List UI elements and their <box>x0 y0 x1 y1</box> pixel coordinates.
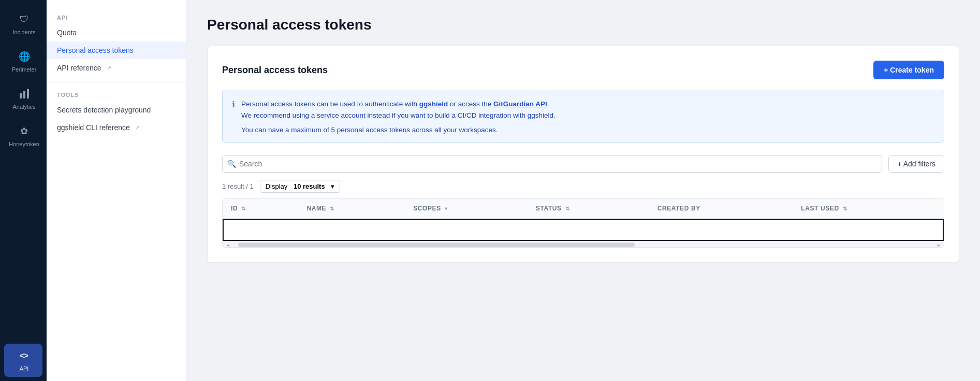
incidents-icon: 🛡 <box>18 12 31 26</box>
create-token-button[interactable]: + Create token <box>873 61 944 79</box>
perimeter-label: Perimeter <box>12 66 37 73</box>
cell-id <box>223 219 298 242</box>
display-count: 10 results <box>294 182 325 190</box>
sort-icon-last-used: ⇅ <box>843 206 847 211</box>
table-header: ID ⇅ NAME ⇅ SCOPES ▾ STATUS ⇅ CREATED BY… <box>223 199 944 219</box>
info-text-3: . <box>547 100 549 108</box>
card-header: Personal access tokens + Create token <box>222 61 944 79</box>
perimeter-icon: 🌐 <box>18 50 31 63</box>
search-icon: 🔍 <box>227 160 236 168</box>
cell-last-used <box>793 219 944 242</box>
cell-name <box>298 219 405 242</box>
col-status[interactable]: STATUS ⇅ <box>528 199 649 219</box>
table-header-row: ID ⇅ NAME ⇅ SCOPES ▾ STATUS ⇅ CREATED BY… <box>223 199 944 219</box>
sidebar-item-incidents[interactable]: 🛡 Incidents <box>0 5 47 43</box>
col-scopes[interactable]: SCOPES ▾ <box>405 199 528 219</box>
incidents-label: Incidents <box>12 29 35 35</box>
nav-item-personal-access-tokens[interactable]: Personal access tokens <box>47 41 186 59</box>
info-icon: ℹ <box>232 100 235 134</box>
nav-divider <box>47 82 186 82</box>
info-box-max: You can have a maximum of 5 personal acc… <box>241 126 555 134</box>
tokens-table: ID ⇅ NAME ⇅ SCOPES ▾ STATUS ⇅ CREATED BY… <box>223 199 944 241</box>
sort-icon-name: ⇅ <box>330 206 334 211</box>
info-text-2: or access the <box>448 100 493 108</box>
col-last-used[interactable]: LAST USED ⇅ <box>793 199 944 219</box>
display-select-button[interactable]: Display 10 results ▾ <box>260 180 341 193</box>
results-text: 1 result / 1 <box>222 182 254 190</box>
info-box-text: Personal access tokens can be used to au… <box>241 98 555 121</box>
table-container: ID ⇅ NAME ⇅ SCOPES ▾ STATUS ⇅ CREATED BY… <box>222 198 944 248</box>
nav-item-ggshield-cli[interactable]: ggshield CLI reference ↗ <box>47 119 186 136</box>
api-reference-label: API reference <box>57 64 101 72</box>
display-label: Display <box>266 182 288 190</box>
search-input[interactable] <box>222 155 882 173</box>
col-created-by: CREATED BY <box>649 199 793 219</box>
scroll-left-arrow[interactable]: ◂ <box>223 242 233 247</box>
personal-access-tokens-label: Personal access tokens <box>57 46 134 54</box>
gitguardian-api-link[interactable]: GitGuardian API <box>493 100 547 108</box>
cell-created-by <box>649 219 793 242</box>
api-section-label: API <box>47 10 186 24</box>
api-icon: <> <box>18 349 31 362</box>
nav-item-quota[interactable]: Quota <box>47 24 186 41</box>
scrollbar-thumb[interactable] <box>238 243 635 247</box>
nav-item-secrets-detection[interactable]: Secrets detection playground <box>47 101 186 119</box>
sidebar-item-honeytoken[interactable]: ✿ Honeytoken <box>0 117 47 154</box>
external-link-icon: ↗ <box>107 65 111 72</box>
api-label: API <box>20 365 29 372</box>
results-row: 1 result / 1 Display 10 results ▾ <box>222 180 944 193</box>
horizontal-scrollbar[interactable]: ◂ ▸ <box>223 241 944 247</box>
svg-rect-1 <box>23 91 25 98</box>
ggshield-link[interactable]: ggshield <box>419 100 448 108</box>
nav-sidebar: API Quota Personal access tokens API ref… <box>47 0 186 381</box>
filter-row: 🔍 + Add filters <box>222 155 944 173</box>
analytics-icon <box>18 87 31 101</box>
honeytoken-label: Honeytoken <box>9 141 39 147</box>
col-name[interactable]: NAME ⇅ <box>298 199 405 219</box>
external-link-icon-2: ↗ <box>135 124 140 131</box>
info-text-1: Personal access tokens can be used to au… <box>241 100 419 108</box>
ggshield-cli-label: ggshield CLI reference <box>57 123 130 132</box>
tokens-card: Personal access tokens + Create token ℹ … <box>207 46 959 263</box>
nav-item-api-reference[interactable]: API reference ↗ <box>47 59 186 77</box>
card-title: Personal access tokens <box>222 65 328 76</box>
analytics-label: Analytics <box>12 104 35 110</box>
sidebar-item-api[interactable]: <> API <box>4 344 42 377</box>
cell-status <box>528 219 649 242</box>
sort-icon-id: ⇅ <box>241 206 246 211</box>
col-id[interactable]: ID ⇅ <box>223 199 298 219</box>
chevron-down-icon: ▾ <box>331 182 334 190</box>
sort-icon-status: ⇅ <box>565 206 570 211</box>
svg-rect-2 <box>27 89 29 98</box>
quota-label: Quota <box>57 29 77 37</box>
tools-section-label: Tools <box>47 88 186 101</box>
cell-scopes <box>405 219 528 242</box>
secrets-detection-label: Secrets detection playground <box>57 106 151 114</box>
table-row-selected[interactable] <box>223 219 944 242</box>
sidebar-item-perimeter[interactable]: 🌐 Perimeter <box>0 43 47 80</box>
sort-icon-scopes: ▾ <box>445 206 448 211</box>
honeytoken-icon: ✿ <box>18 124 31 138</box>
table-body <box>223 219 944 242</box>
info-text-4: We recommend using a service account ins… <box>241 111 555 119</box>
search-input-wrap: 🔍 <box>222 155 882 173</box>
scroll-right-arrow[interactable]: ▸ <box>933 242 944 247</box>
info-box-content: Personal access tokens can be used to au… <box>241 98 555 134</box>
main-content: Personal access tokens Personal access t… <box>186 0 980 381</box>
icon-sidebar: 🛡 Incidents 🌐 Perimeter Analytics ✿ Hone… <box>0 0 47 381</box>
sidebar-item-analytics[interactable]: Analytics <box>0 80 47 117</box>
svg-rect-0 <box>20 93 22 98</box>
add-filters-button[interactable]: + Add filters <box>888 155 944 173</box>
page-title: Personal access tokens <box>207 17 959 33</box>
info-box: ℹ Personal access tokens can be used to … <box>222 90 944 143</box>
